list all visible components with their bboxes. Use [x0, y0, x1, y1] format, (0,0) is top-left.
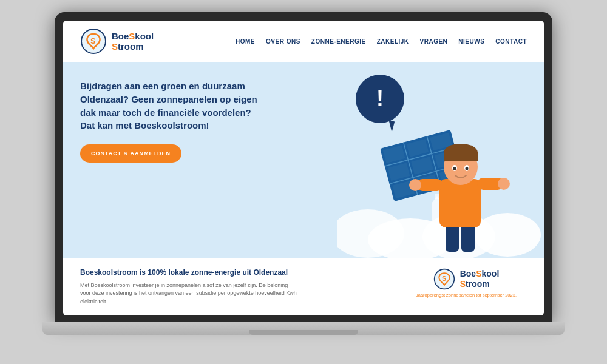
hero-title: Bijdragen aan een groen en duurzaam Olde… — [80, 79, 268, 132]
bottom-description: Met Boeskoolstroom investeer je in zonne… — [80, 281, 299, 306]
bottom-right: S BoeSkool Stroom Jaaropbrengst zonnepan… — [405, 268, 527, 298]
svg-point-31 — [453, 167, 456, 170]
speech-bubble: ! — [356, 75, 404, 123]
nav-over-ons[interactable]: OVER ONS — [266, 38, 300, 45]
nav-home[interactable]: HOME — [236, 38, 255, 45]
bottom-title: Boeskoolstroom is 100% lokale zonne-ener… — [80, 268, 393, 277]
logo-line1: BoeSkool — [112, 31, 154, 41]
bottom-logo-icon: S — [433, 268, 455, 290]
svg-point-36 — [498, 178, 510, 190]
laptop-container: S BoeSkool Stroom HOME OVER ONS ZONNE-EN… — [55, 12, 552, 352]
hero-section: Bijdragen aan een groen en duurzaam Olde… — [63, 62, 544, 258]
screen: S BoeSkool Stroom HOME OVER ONS ZONNE-EN… — [63, 21, 544, 315]
speech-bubble-text: ! — [376, 88, 384, 110]
bottom-logo-line2: Stroom — [460, 279, 500, 289]
nav-nieuws[interactable]: NIEUWS — [458, 38, 484, 45]
nav-vragen[interactable]: VRAGEN — [420, 38, 448, 45]
bottom-logo-line1: BoeSkool — [460, 269, 500, 278]
hero-right: ! — [337, 62, 544, 258]
nav-contact[interactable]: CONTACT — [495, 38, 527, 45]
chart-label: Jaaropbrengst zonnepanelen tot september… — [416, 292, 517, 298]
main-nav: HOME OVER ONS ZONNE-ENERGIE ZAKELIJK VRA… — [236, 38, 527, 45]
svg-rect-28 — [444, 152, 478, 161]
bottom-logo-text: BoeSkool Stroom — [460, 269, 500, 288]
svg-text:S: S — [90, 36, 96, 46]
svg-point-35 — [409, 179, 421, 191]
cta-button[interactable]: CONTACT & AANMELDEN — [80, 144, 181, 163]
bottom-logo: S BoeSkool Stroom — [433, 268, 500, 290]
logo-text: BoeSkool Stroom — [112, 31, 154, 52]
logo-icon: S — [80, 28, 107, 55]
nav-zakelijk[interactable]: ZAKELIJK — [377, 38, 409, 45]
site-wrapper: S BoeSkool Stroom HOME OVER ONS ZONNE-EN… — [63, 21, 544, 315]
laptop-base — [42, 322, 565, 335]
svg-point-32 — [466, 167, 469, 170]
bottom-section: Boeskoolstroom is 100% lokale zonne-ener… — [63, 258, 544, 316]
nav-zonne-energie[interactable]: ZONNE-ENERGIE — [311, 38, 366, 45]
bottom-left: Boeskoolstroom is 100% lokale zonne-ener… — [80, 268, 393, 306]
site-header: S BoeSkool Stroom HOME OVER ONS ZONNE-EN… — [63, 21, 544, 62]
logo: S BoeSkool Stroom — [80, 28, 154, 55]
logo-line2: Stroom — [112, 41, 154, 52]
svg-rect-25 — [439, 179, 481, 228]
hero-left: Bijdragen aan een groen en duurzaam Olde… — [63, 62, 337, 258]
svg-text:S: S — [442, 275, 446, 282]
screen-bezel: S BoeSkool Stroom HOME OVER ONS ZONNE-EN… — [55, 12, 552, 322]
